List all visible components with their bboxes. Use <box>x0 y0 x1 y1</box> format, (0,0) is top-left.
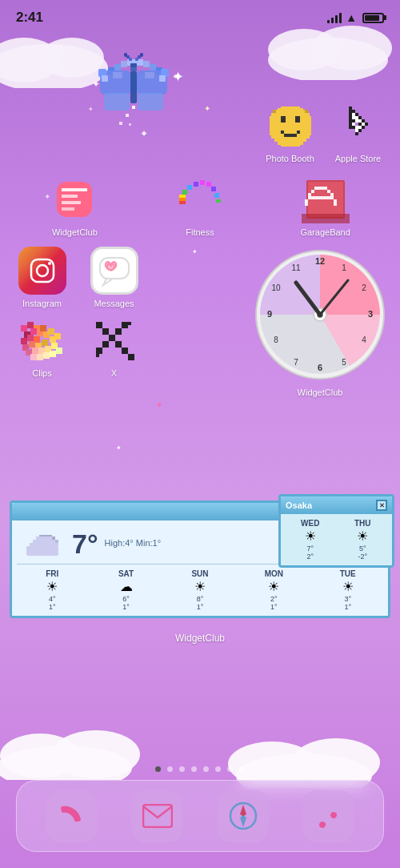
page-dot-8[interactable] <box>239 766 245 772</box>
messages-icon[interactable] <box>90 247 138 295</box>
fitness-icon-svg <box>176 175 224 223</box>
page-dot-6[interactable] <box>215 766 221 772</box>
page-dot-7[interactable] <box>227 766 233 772</box>
svg-rect-128 <box>330 193 334 196</box>
svg-rect-175 <box>96 348 102 354</box>
page-dot-2[interactable] <box>167 766 173 772</box>
app-x[interactable]: X <box>84 316 144 378</box>
signal-bar-2 <box>331 18 334 23</box>
dock <box>16 780 384 852</box>
widgetclub-bottom-label: WidgetClub <box>0 633 400 644</box>
svg-rect-100 <box>362 123 365 126</box>
svg-rect-103 <box>355 129 358 132</box>
svg-rect-129 <box>308 196 334 199</box>
svg-rect-64 <box>278 108 303 113</box>
svg-rect-116 <box>206 182 211 187</box>
svg-rect-142 <box>27 322 34 328</box>
photo-booth-icon[interactable] <box>266 102 314 150</box>
app-instagram[interactable]: Instagram <box>12 247 72 308</box>
instagram-icon[interactable] <box>18 247 66 295</box>
garageband-icon[interactable] <box>302 175 350 223</box>
app-fitness[interactable]: Fitness <box>170 175 230 237</box>
svg-rect-91 <box>355 132 358 135</box>
dock-item-safari[interactable] <box>217 790 269 842</box>
signal-bar-1 <box>327 20 330 23</box>
osaka-forecast: WED ☀ 7°2° THU ☀ 5°-2° <box>281 514 392 565</box>
svg-rect-169 <box>96 322 102 328</box>
svg-rect-96 <box>355 116 358 119</box>
widgetclub-icon[interactable] <box>50 175 98 223</box>
fitness-icon[interactable] <box>176 175 224 223</box>
dock-item-music[interactable] <box>302 790 354 842</box>
svg-rect-127 <box>308 193 311 196</box>
photo-booth-label: Photo Booth <box>266 154 314 163</box>
page-dot-3[interactable] <box>179 766 185 772</box>
osaka-wed-temp: 7°2° <box>306 545 314 561</box>
garageband-label: GarageBand <box>300 227 350 237</box>
svg-rect-173 <box>122 322 128 328</box>
battery-fill <box>365 15 379 21</box>
page-dot-4[interactable] <box>191 766 197 772</box>
app-apple-store[interactable]: Apple Store <box>328 102 388 163</box>
app-garageband[interactable]: GarageBand <box>295 175 355 237</box>
svg-text:9: 9 <box>267 309 272 319</box>
osaka-titlebar: Osaka ✕ <box>281 496 392 514</box>
svg-rect-87 <box>365 123 368 126</box>
apple-store-icon[interactable] <box>334 102 382 150</box>
forecast-sun: SUN ☀ 8°1° <box>183 569 217 611</box>
svg-text:6: 6 <box>318 363 322 372</box>
svg-rect-59 <box>303 139 306 142</box>
svg-rect-71 <box>284 131 287 134</box>
mail-icon <box>142 804 173 828</box>
x-label: X <box>111 368 117 378</box>
forecast-mon-label: MON <box>265 569 283 578</box>
svg-rect-107 <box>62 201 81 204</box>
osaka-thu-icon: ☀ <box>357 528 368 544</box>
row-2: WidgetClub <box>12 175 388 237</box>
svg-rect-74 <box>305 110 308 113</box>
svg-rect-133 <box>334 203 337 206</box>
svg-rect-70 <box>284 134 297 137</box>
svg-rect-99 <box>358 119 362 123</box>
page-dot-1[interactable] <box>155 766 161 772</box>
app-photo-booth[interactable]: Photo Booth <box>260 102 320 163</box>
svg-rect-176 <box>115 341 122 348</box>
forecast-sat: SAT ☁ 6°1° <box>110 569 143 611</box>
svg-rect-77 <box>349 110 352 113</box>
svg-rect-153 <box>29 341 35 348</box>
svg-rect-124 <box>321 187 327 190</box>
signal-bar-3 <box>335 15 338 23</box>
app-widgetclub-row2[interactable]: WidgetClub <box>45 175 105 237</box>
svg-text:✦: ✦ <box>172 72 178 81</box>
page-dot-5[interactable] <box>203 766 209 772</box>
dock-item-phone[interactable] <box>46 790 98 842</box>
svg-rect-101 <box>358 126 362 129</box>
svg-rect-34 <box>126 114 129 117</box>
svg-rect-106 <box>62 195 78 198</box>
svg-rect-14 <box>121 61 127 67</box>
svg-rect-120 <box>190 201 210 207</box>
instagram-label: Instagram <box>22 299 62 308</box>
svg-rect-18 <box>150 64 156 70</box>
svg-text:10: 10 <box>271 283 281 292</box>
page-dots <box>0 766 400 772</box>
svg-rect-20 <box>130 63 137 67</box>
svg-rect-66 <box>281 116 286 123</box>
osaka-close-button[interactable]: ✕ <box>376 500 387 511</box>
svg-rect-39 <box>124 53 127 57</box>
svg-rect-22 <box>130 71 137 103</box>
svg-rect-83 <box>352 110 355 113</box>
forecast-tue-label: TUE <box>340 569 356 578</box>
clips-icon[interactable] <box>18 316 66 364</box>
weather-high: 4° <box>125 538 134 548</box>
forecast-mon-temp: 2°1° <box>270 595 278 611</box>
svg-rect-118 <box>214 193 219 198</box>
dock-item-mail[interactable] <box>131 790 183 842</box>
svg-rect-131 <box>334 199 337 203</box>
app-clips[interactable]: Clips <box>12 316 72 378</box>
x-icon[interactable] <box>90 316 138 364</box>
app-messages[interactable]: Messages <box>84 247 144 308</box>
forecast-fri-label: FRI <box>46 569 58 578</box>
svg-rect-86 <box>362 119 365 123</box>
svg-rect-147 <box>21 338 27 344</box>
